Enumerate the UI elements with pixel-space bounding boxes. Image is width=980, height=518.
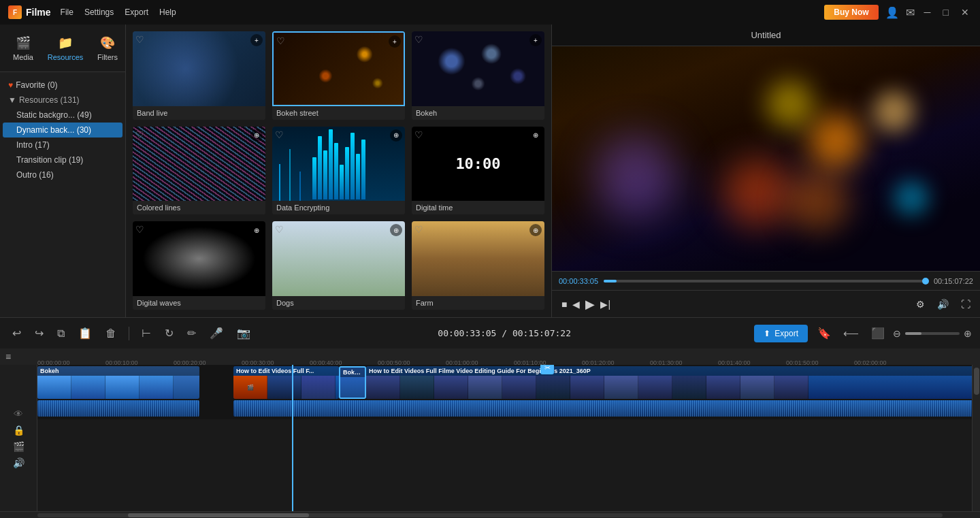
toolbar-right: 🔖 ⟵ ⬛ ⊖ ⊕ xyxy=(813,324,972,342)
scrollbar-thumb[interactable] xyxy=(128,513,309,517)
sidebar-favorite[interactable]: ♥ Favorite (0) xyxy=(3,78,122,93)
clip-bokeh[interactable]: Bokeh xyxy=(37,366,199,399)
settings-icon[interactable]: ⚙ xyxy=(913,296,928,312)
add-icon-farm[interactable]: ⊕ xyxy=(529,224,542,236)
ruler-mark-5: 00:00:50:00 xyxy=(378,359,410,365)
minimize-button[interactable]: ─ xyxy=(921,7,934,18)
menu-help[interactable]: Help xyxy=(159,7,176,17)
export-button[interactable]: ⬆ Export xyxy=(754,325,808,342)
stop-button[interactable]: ■ xyxy=(559,296,570,312)
fav-icon-band-live[interactable]: ♡ xyxy=(135,34,144,45)
add-icon-bokeh-street[interactable]: + xyxy=(389,35,401,48)
menu-settings[interactable]: Settings xyxy=(84,7,114,17)
nav-media[interactable]: 🎬 Media xyxy=(3,31,44,65)
track-main-video: Bokeh 🎬 How to Edit Videos Full F... xyxy=(37,365,972,419)
clip-bokeh2[interactable]: Bokeh s... xyxy=(339,366,366,399)
add-icon-dogs[interactable]: ⊕ xyxy=(390,224,402,236)
sidebar-transition-clip[interactable]: Transition clip (19) xyxy=(3,152,122,167)
eye-icon[interactable]: 👁 xyxy=(14,408,23,419)
add-icon-band-live[interactable]: + xyxy=(250,34,263,46)
sidebar-intro[interactable]: Intro (17) xyxy=(3,137,122,152)
add-icon-bokeh[interactable]: + xyxy=(529,34,542,46)
audio-waveform-bokeh xyxy=(37,400,199,417)
bokeh-light-1 xyxy=(808,114,863,168)
paste-button[interactable]: 📋 xyxy=(74,324,96,342)
resource-card-digital-time[interactable]: 10:00 ♡ ⊕ Digital time xyxy=(412,127,544,215)
titlebar: F Filme File Settings Export Help Buy No… xyxy=(0,0,980,25)
zoom-out-button[interactable]: ⊖ xyxy=(893,328,901,339)
sidebar-dynamic-bg[interactable]: Dynamic back... (30) xyxy=(3,123,122,137)
preview-progress-bar[interactable] xyxy=(604,280,928,282)
mail-icon[interactable]: ✉ xyxy=(906,6,915,19)
lock-icon[interactable]: 🔒 xyxy=(13,425,24,436)
buy-now-button[interactable]: Buy Now xyxy=(824,5,878,20)
fav-icon-bokeh-street[interactable]: ♡ xyxy=(276,35,285,46)
nav-resources[interactable]: 📁 Resources xyxy=(45,31,86,65)
timeline-left-controls: 👁 🔒 🎬 🔊 xyxy=(0,365,37,511)
speaker-icon[interactable]: 🔊 xyxy=(13,457,24,468)
prev-frame-button[interactable]: ◀ xyxy=(570,296,583,312)
resource-card-dogs[interactable]: ♡ ⊕ Dogs xyxy=(272,221,405,310)
undo-button[interactable]: ↩ xyxy=(8,324,25,342)
ruler-mark-0: 00:00:00:00 xyxy=(37,359,70,365)
fav-icon-data-encrypting[interactable]: ♡ xyxy=(275,129,284,140)
fav-icon-dogs[interactable]: ♡ xyxy=(275,224,284,235)
scrollbar-track[interactable] xyxy=(37,513,943,517)
split-button[interactable]: ⊢ xyxy=(137,324,155,342)
edit-button[interactable]: ✏ xyxy=(183,324,200,342)
resource-card-bokeh-street[interactable]: ♡ + Bokeh street xyxy=(272,31,405,120)
add-icon-data-encrypting[interactable]: ⊕ xyxy=(390,129,402,142)
close-button[interactable]: ✕ xyxy=(958,7,972,18)
play-button[interactable]: ▶ xyxy=(583,294,598,314)
ruler-mark-10: 00:01:40:00 xyxy=(718,359,751,365)
sidebar-resources-parent[interactable]: ▼ Resources (131) xyxy=(3,93,122,108)
thumb-mini-v2-9 xyxy=(638,376,672,399)
nav-filters[interactable]: 🎨 Filters xyxy=(87,31,128,65)
user-icon[interactable]: 👤 xyxy=(885,6,899,19)
resource-card-data-encrypting[interactable]: ♡ ⊕ Data Encrypting xyxy=(272,127,405,215)
fullscreen-icon[interactable]: ⛶ xyxy=(958,296,973,312)
video-track-icon[interactable]: 🎬 xyxy=(13,441,24,452)
menu-export[interactable]: Export xyxy=(125,7,148,17)
bookmark-button[interactable]: 🔖 xyxy=(813,324,835,342)
bokeh-light-6 xyxy=(766,80,814,128)
delete-button[interactable]: 🗑 xyxy=(101,325,120,342)
maximize-button[interactable]: □ xyxy=(941,7,951,18)
zoom-in-button[interactable]: ⊕ xyxy=(964,328,972,339)
next-frame-button[interactable]: ▶| xyxy=(598,296,613,312)
resource-card-bokeh[interactable]: ♡ + Bokeh xyxy=(412,31,544,120)
timeline-menu-button[interactable]: ≡ xyxy=(5,351,11,362)
clip-video1[interactable]: 🎬 How to Edit Videos Full F... xyxy=(233,366,339,399)
rotate-button[interactable]: ↻ xyxy=(161,324,178,342)
thumb-digital-time: 10:00 ♡ ⊕ xyxy=(412,127,544,201)
resource-card-farm[interactable]: ♡ ⊕ Farm xyxy=(412,221,544,310)
menu-file[interactable]: File xyxy=(61,7,74,17)
resource-card-band-live[interactable]: ♡ + Band live xyxy=(133,31,265,120)
fav-icon-farm[interactable]: ♡ xyxy=(414,224,423,235)
playhead[interactable]: ✂ xyxy=(292,365,293,511)
fav-icon-bokeh[interactable]: ♡ xyxy=(414,34,423,45)
fav-icon-digital-waves[interactable]: ♡ xyxy=(135,224,144,235)
thumb-mini-v2-4 xyxy=(468,376,502,399)
sidebar-outro[interactable]: Outro (16) xyxy=(3,167,122,182)
redo-button[interactable]: ↪ xyxy=(31,324,48,342)
volume-icon[interactable]: 🔊 xyxy=(934,296,951,312)
add-icon-digital-time[interactable]: ⊕ xyxy=(529,129,542,142)
resource-card-colored-lines[interactable]: ♡ ⊕ Colored lines xyxy=(133,127,265,215)
add-icon-colored-lines[interactable]: ⊕ xyxy=(250,129,263,142)
fav-icon-digital-time[interactable]: ♡ xyxy=(414,129,423,140)
mic-button[interactable]: 🎤 xyxy=(206,324,227,342)
resource-card-digital-waves[interactable]: ♡ ⊕ Digital waves xyxy=(133,221,265,310)
back-button[interactable]: ⟵ xyxy=(839,324,863,342)
add-icon-digital-waves[interactable]: ⊕ xyxy=(250,224,263,236)
captions-button[interactable]: ⬛ xyxy=(867,324,889,342)
ruler-mark-7: 00:01:10:00 xyxy=(514,359,546,365)
camera-button[interactable]: 📷 xyxy=(233,324,255,342)
zoom-slider[interactable] xyxy=(905,332,960,335)
vertical-scrollbar[interactable] xyxy=(972,365,980,511)
clip-video2[interactable]: How to Edit Videos Full Filme Video Edit… xyxy=(366,366,972,399)
copy-button[interactable]: ⧉ xyxy=(53,325,69,342)
ruler-mark-6: 00:01:00:00 xyxy=(446,359,478,365)
fav-icon-colored-lines[interactable]: ♡ xyxy=(135,129,144,140)
sidebar-static-bg[interactable]: Static backgro... (49) xyxy=(3,108,122,123)
